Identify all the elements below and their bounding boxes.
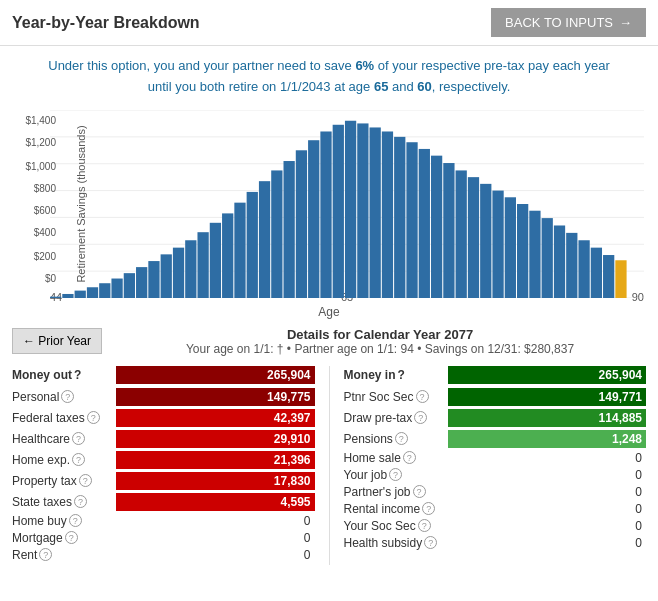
money-out-help-icon[interactable]: ? [74,368,81,382]
svg-rect-21 [210,222,221,297]
table-row: Draw pre-tax ?114,885 [344,409,647,427]
svg-rect-53 [603,255,614,298]
arrow-right-icon: → [619,15,632,30]
row-help-icon[interactable]: ? [414,411,427,424]
svg-rect-13 [111,278,122,297]
money-out-header-label: Money out ? [12,368,112,382]
subtitle-text: Under this option, you and your partner … [0,46,658,104]
svg-rect-49 [554,225,565,298]
table-row: Federal taxes ?42,397 [12,409,315,427]
prior-year-button[interactable]: ← Prior Year [12,328,102,354]
table-row: Home buy ?0 [12,514,315,528]
money-out-header-row: Money out ? 265,904 [12,366,315,384]
money-in-total: 265,904 [448,366,647,384]
svg-rect-50 [566,232,577,297]
money-out-column: Money out ? 265,904 Personal ?149,775Fed… [12,366,315,565]
row-help-icon[interactable]: ? [69,514,82,527]
svg-rect-23 [234,202,245,297]
svg-rect-35 [382,131,393,298]
row-value: 0 [448,519,647,533]
svg-rect-19 [185,240,196,298]
svg-rect-45 [505,197,516,298]
svg-rect-54 [615,260,626,298]
table-row: Health subsidy ?0 [344,536,647,550]
back-to-inputs-button[interactable]: BACK TO INPUTS → [491,8,646,37]
table-row: Personal ?149,775 [12,388,315,406]
data-table: Money out ? 265,904 Personal ?149,775Fed… [0,360,658,571]
svg-rect-52 [591,247,602,297]
row-help-icon[interactable]: ? [65,531,78,544]
row-value-bar: 17,830 [116,472,315,490]
row-help-icon[interactable]: ? [87,411,100,424]
y-axis-label: Retirement Savings (thousands) [75,125,87,282]
svg-rect-36 [394,136,405,297]
svg-rect-47 [529,210,540,297]
page-header: Year-by-Year Breakdown BACK TO INPUTS → [0,0,658,46]
row-help-icon[interactable]: ? [389,468,402,481]
details-info: Details for Calendar Year 2077 Your age … [114,327,646,356]
svg-rect-29 [308,140,319,298]
table-row: Ptnr Soc Sec ?149,771 [344,388,647,406]
money-out-total: 265,904 [116,366,315,384]
svg-rect-8 [50,296,61,297]
row-help-icon[interactable]: ? [72,453,85,466]
row-value-bar: 42,397 [116,409,315,427]
svg-rect-16 [148,261,159,298]
row-help-icon[interactable]: ? [39,548,52,561]
row-help-icon[interactable]: ? [424,536,437,549]
money-in-help-icon[interactable]: ? [398,368,405,382]
svg-rect-42 [468,177,479,298]
row-label: Personal ? [12,390,112,404]
y-axis-ticks: $0 $200 $400 $600 $800 $1,000 $1,200 $1,… [12,109,56,284]
bar-chart [50,110,644,298]
row-label: Your job ? [344,468,444,482]
svg-rect-28 [296,150,307,298]
retire-age2: 60 [417,79,431,94]
row-help-icon[interactable]: ? [403,451,416,464]
svg-rect-39 [431,155,442,297]
row-label: Ptnr Soc Sec ? [344,390,444,404]
svg-rect-24 [247,192,258,298]
row-value: 0 [448,468,647,482]
svg-rect-14 [124,273,135,298]
table-row: State taxes ?4,595 [12,493,315,511]
row-help-icon[interactable]: ? [413,485,426,498]
page-title: Year-by-Year Breakdown [12,14,200,32]
savings-pct: 6% [355,58,374,73]
row-help-icon[interactable]: ? [79,474,92,487]
row-label: Mortgage ? [12,531,112,545]
row-help-icon[interactable]: ? [74,495,87,508]
row-value-bar: 149,775 [116,388,315,406]
svg-rect-27 [284,161,295,298]
row-value: 0 [116,548,315,562]
row-value: 0 [448,485,647,499]
row-help-icon[interactable]: ? [418,519,431,532]
svg-rect-40 [443,163,454,298]
svg-rect-31 [333,124,344,297]
row-value: 0 [116,514,315,528]
row-value-bar: 21,396 [116,451,315,469]
row-label: Health subsidy ? [344,536,444,550]
money-in-rows: Ptnr Soc Sec ?149,771Draw pre-tax ?114,8… [344,388,647,550]
row-value-bar: 4,595 [116,493,315,511]
calendar-year-label: Details for Calendar Year 2077 [114,327,646,342]
row-help-icon[interactable]: ? [422,502,435,515]
row-help-icon[interactable]: ? [72,432,85,445]
row-help-icon[interactable]: ? [416,390,429,403]
row-help-icon[interactable]: ? [395,432,408,445]
svg-rect-44 [492,190,503,297]
svg-rect-12 [99,283,110,298]
row-help-icon[interactable]: ? [61,390,74,403]
row-label: State taxes ? [12,495,112,509]
svg-rect-37 [406,142,417,298]
row-label: Home sale ? [344,451,444,465]
row-label: Partner's job ? [344,485,444,499]
row-label: Draw pre-tax ? [344,411,444,425]
svg-rect-9 [62,294,73,298]
table-row: Pensions ?1,248 [344,430,647,448]
svg-rect-46 [517,204,528,298]
money-out-rows: Personal ?149,775Federal taxes ?42,397He… [12,388,315,562]
svg-rect-10 [75,290,86,297]
money-in-header-row: Money in ? 265,904 [344,366,647,384]
svg-rect-48 [542,218,553,298]
